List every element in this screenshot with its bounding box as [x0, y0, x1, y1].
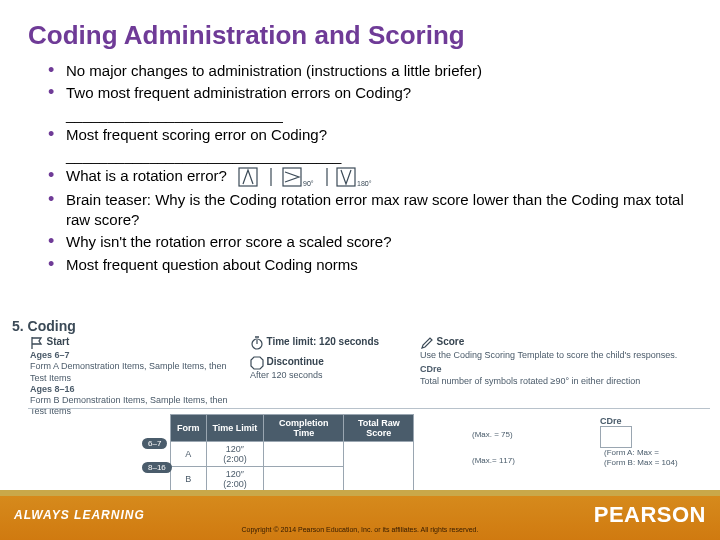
max-label: (Max.= 117) — [472, 456, 515, 465]
cdre-frame — [600, 426, 632, 448]
fill-blank: _________________________________ — [0, 147, 720, 164]
cell-time: 120″(2:00) — [206, 442, 264, 467]
bullet-list: What is a rotation error? 90° 180° — [0, 164, 720, 275]
age-pill: 8–16 — [142, 456, 176, 474]
cdre-label: CDre — [600, 416, 710, 426]
bullet-list: No major changes to administration (inst… — [0, 59, 720, 104]
time-column: Time limit: 120 seconds — [250, 336, 400, 350]
th-form: Form — [171, 415, 207, 442]
slide: Coding Administration and Scoring No maj… — [0, 0, 720, 540]
pencil-icon — [420, 336, 434, 350]
stopwatch-icon — [250, 336, 264, 350]
cell-form: A — [171, 442, 207, 467]
cell-time: 120″(2:00) — [206, 467, 264, 492]
col-header: Score — [437, 336, 465, 347]
th-comp: Completion Time — [264, 415, 344, 442]
table-row: A 120″(2:00) — [171, 442, 414, 467]
cell-form: B — [171, 467, 207, 492]
copyright-text: Copyright © 2014 Pearson Education, Inc.… — [0, 526, 720, 533]
bullet-text: What is a rotation error? — [66, 167, 227, 184]
svg-marker-8 — [251, 357, 263, 369]
age-label: Ages 6–7 — [30, 350, 240, 361]
cell-total — [344, 442, 414, 492]
bullet-item: Most frequent scoring error on Coding? — [48, 125, 690, 145]
age-pill: 6–7 — [142, 432, 171, 450]
stop-icon — [250, 356, 264, 370]
score-text: Total number of symbols rotated ≥90° in … — [420, 376, 710, 387]
score-sublabel: CDre — [420, 364, 710, 375]
max-label: (Max. = 75) — [472, 430, 513, 439]
angle-180: 180° — [357, 180, 372, 187]
score-column: Score Use the Coding Scoring Template to… — [420, 336, 710, 387]
th-total: Total Raw Score — [344, 415, 414, 442]
score-text: Use the Coding Scoring Template to score… — [420, 350, 710, 361]
sheet-heading: 5. Coding — [12, 318, 76, 334]
footer-tagline: ALWAYS LEARNING — [14, 508, 145, 522]
cdre-box: CDre (Form A: Max = (Form B: Max = 104) — [600, 416, 710, 467]
col-header: Discontinue — [267, 356, 324, 367]
cell-comp — [264, 467, 344, 492]
cell-comp — [264, 442, 344, 467]
col-header: Time limit: 120 seconds — [267, 336, 380, 347]
angle-90: 90° — [303, 180, 314, 187]
cdre-caption: (Form A: Max = (Form B: Max = 104) — [604, 448, 678, 467]
scoring-template: 5. Coding Start Ages 6–7 Form A Demonstr… — [0, 318, 720, 478]
th-time: Time Limit — [206, 415, 264, 442]
col-header: Start — [47, 336, 70, 347]
bullet-item: Most frequent question about Coding norm… — [48, 255, 690, 275]
discontinue-text: After 120 seconds — [250, 370, 400, 381]
fill-blank: __________________________ — [0, 106, 720, 123]
bullet-item: What is a rotation error? 90° 180° — [48, 166, 690, 188]
bullet-item: Two most frequent administration errors … — [48, 83, 690, 103]
bullet-item: Why isn't the rotation error score a sca… — [48, 232, 690, 252]
form-table: Form Time Limit Completion Time Total Ra… — [170, 414, 414, 492]
bullet-list: Most frequent scoring error on Coding? — [0, 123, 720, 145]
rotation-diagram-icon: 90° 180° — [237, 166, 397, 188]
flag-icon — [30, 336, 44, 350]
bullet-item: No major changes to administration (inst… — [48, 61, 690, 81]
start-text: Form A Demonstration Items, Sample Items… — [30, 361, 240, 384]
divider — [28, 408, 710, 409]
discontinue-column: Discontinue After 120 seconds — [250, 356, 400, 381]
page-title: Coding Administration and Scoring — [0, 0, 720, 59]
footer-accent — [0, 490, 720, 496]
start-column: Start Ages 6–7 Form A Demonstration Item… — [30, 336, 240, 418]
brand-logo: PEARSON — [594, 502, 706, 528]
age-label: Ages 8–16 — [30, 384, 240, 395]
bullet-item: Brain teaser: Why is the Coding rotation… — [48, 190, 690, 231]
rotation-icons: 90° 180° — [237, 166, 397, 188]
footer-bar: ALWAYS LEARNING PEARSON Copyright © 2014… — [0, 496, 720, 540]
